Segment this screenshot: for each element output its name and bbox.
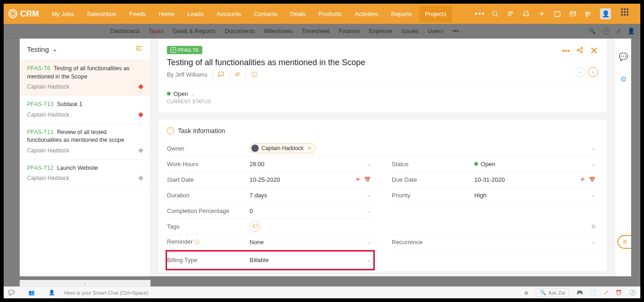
apps-grid-icon[interactable] bbox=[621, 8, 632, 19]
status-row: Status Open⌄ bbox=[392, 157, 598, 172]
copy-icon[interactable]: ⧉ bbox=[592, 224, 595, 229]
status-block: Open ⌄ CURRENT STATUS bbox=[159, 84, 606, 112]
tags-value[interactable]: 🏷 bbox=[250, 221, 373, 232]
history-icon[interactable]: 🕐 bbox=[629, 290, 636, 296]
task-item[interactable]: PFAS-T12 Launch Website Captain Haddock bbox=[20, 160, 150, 188]
spacer bbox=[392, 203, 598, 219]
task-info-card: ⌃ Task Information Owner Captain Haddock… bbox=[159, 120, 606, 271]
info-icon[interactable]: ⓘ bbox=[194, 239, 200, 245]
comments-icon[interactable] bbox=[218, 71, 224, 79]
nav-link-leads[interactable]: Leads bbox=[182, 6, 209, 22]
calendar-icon[interactable]: 📅 bbox=[589, 177, 595, 182]
close-icon[interactable]: ✕ bbox=[590, 45, 598, 57]
task-item[interactable]: PFAS-T6 Testing of all functionalities a… bbox=[20, 60, 150, 96]
nav-link-projects[interactable]: Projects bbox=[419, 6, 452, 22]
completion-value[interactable]: 0⌄ bbox=[250, 207, 373, 214]
mail-icon[interactable] bbox=[569, 10, 577, 18]
rail-chat-icon[interactable]: 💬 bbox=[619, 52, 628, 61]
plus-icon[interactable] bbox=[538, 10, 546, 18]
smart-chat-hint[interactable]: Here is your Smart Chat (Ctrl+Space) bbox=[64, 290, 148, 296]
owner-value[interactable]: Captain Haddock ✕ ⌄ bbox=[250, 143, 598, 153]
contacts-icon[interactable] bbox=[506, 10, 515, 18]
bottom-chat-icon[interactable]: 💬 bbox=[8, 290, 15, 296]
svg-point-14 bbox=[581, 47, 583, 49]
tools-icon[interactable] bbox=[584, 10, 593, 18]
task-item[interactable]: PFAS-T13 Subtask 1 Captain Haddock bbox=[20, 96, 150, 124]
priority-value[interactable]: High⌄ bbox=[474, 192, 598, 199]
reminder-value[interactable]: None⌄ bbox=[250, 239, 373, 246]
bell-icon[interactable] bbox=[522, 10, 530, 18]
tags-row: Tags 🏷 bbox=[167, 219, 373, 235]
ask-zia-button[interactable]: 🔍 Ask Zia bbox=[536, 288, 569, 297]
remove-owner-icon[interactable]: ✕ bbox=[307, 145, 311, 151]
divider: | bbox=[245, 72, 246, 78]
calendar-icon[interactable]: 📅 bbox=[364, 177, 371, 182]
prev-task-button[interactable]: ‹ bbox=[575, 67, 585, 77]
visibility-icon[interactable]: 👁 bbox=[580, 177, 585, 182]
start-value[interactable]: 10-25-2020👁📅 bbox=[250, 176, 373, 183]
nav-link-salesinbox[interactable]: SalesInbox bbox=[81, 6, 122, 22]
chevron-down-icon[interactable]: ⌄ bbox=[591, 239, 595, 245]
chevron-down-icon[interactable]: ⌄ bbox=[366, 257, 371, 263]
more-options-icon[interactable]: ••• bbox=[562, 47, 570, 55]
rail-settings-icon[interactable]: ⚙ bbox=[620, 75, 627, 84]
nav-link-contacts[interactable]: Contacts bbox=[248, 6, 283, 22]
side-menu-icon[interactable] bbox=[135, 45, 143, 53]
nav-link-accounts[interactable]: Accounts bbox=[211, 6, 246, 22]
rail-drawer-icon[interactable]: ≡ bbox=[617, 235, 631, 249]
alarm-icon[interactable]: ⏰ bbox=[616, 290, 622, 296]
chevron-down-icon[interactable]: ⌄ bbox=[366, 161, 371, 167]
date-actions[interactable]: 👁📅 bbox=[580, 177, 595, 183]
calendar-icon[interactable] bbox=[553, 10, 561, 18]
bottom-user-icon[interactable]: 👤 bbox=[49, 290, 55, 296]
nav-link-reports[interactable]: Reports bbox=[386, 6, 418, 22]
next-task-button[interactable]: › bbox=[588, 67, 598, 77]
task-info-header[interactable]: ⌃ Task Information bbox=[167, 127, 598, 134]
nav-link-deals[interactable]: Deals bbox=[285, 6, 311, 22]
visibility-icon[interactable]: 👁 bbox=[355, 177, 361, 182]
add-tag-icon[interactable]: 🏷 bbox=[250, 221, 261, 232]
owner-avatar-icon bbox=[251, 145, 259, 152]
expand-icon[interactable]: ⤢ bbox=[604, 290, 608, 296]
attachment-icon[interactable] bbox=[235, 71, 240, 79]
status-dropdown[interactable]: Open ⌄ bbox=[167, 90, 598, 97]
nav-link-products[interactable]: Products bbox=[313, 6, 347, 22]
billing-row: Billing Type Billable⌄ bbox=[167, 252, 373, 268]
info-icon[interactable]: ⓘ bbox=[251, 71, 257, 79]
date-actions[interactable]: 👁📅 bbox=[355, 177, 371, 183]
task-item[interactable]: PFAS-T11 Review of all tested functional… bbox=[20, 124, 150, 160]
side-title[interactable]: Testing ⌄ bbox=[27, 45, 58, 53]
monitor-icon[interactable]: 🖥 bbox=[523, 290, 528, 296]
chevron-down-icon[interactable]: ⌄ bbox=[591, 145, 595, 151]
nav-more[interactable]: ••• bbox=[469, 5, 491, 23]
work-value[interactable]: 28:00⌄ bbox=[250, 161, 373, 168]
chevron-down-icon[interactable]: ⌄ bbox=[366, 239, 371, 245]
status-value-field[interactable]: Open⌄ bbox=[474, 161, 598, 168]
search-icon[interactable] bbox=[491, 10, 499, 18]
chevron-down-icon[interactable]: ⌄ bbox=[366, 208, 371, 214]
user-avatar[interactable]: 👤 bbox=[600, 8, 611, 19]
brand-logo[interactable]: CRM bbox=[8, 9, 39, 19]
due-value[interactable]: 10-31-2020👁📅 bbox=[474, 176, 598, 183]
tags-label: Tags bbox=[167, 223, 250, 230]
duration-value[interactable]: 7 days⌄ bbox=[250, 192, 373, 199]
collapse-icon: ⌃ bbox=[167, 127, 174, 134]
status-label: CURRENT STATUS bbox=[167, 99, 598, 104]
nav-link-home[interactable]: Home bbox=[153, 6, 180, 22]
bottom-people-icon[interactable]: 👥 bbox=[28, 290, 35, 296]
nav-link-my-jobs[interactable]: My Jobs bbox=[46, 6, 79, 22]
chevron-down-icon[interactable]: ⌄ bbox=[366, 192, 371, 198]
task-assignee: Captain Haddock bbox=[27, 175, 69, 181]
game-icon[interactable]: 🎮 bbox=[577, 290, 583, 296]
side-scrollbar[interactable]: ‹ bbox=[20, 280, 150, 286]
billing-value[interactable]: Billable⌄ bbox=[250, 257, 373, 263]
start-label: Start Date bbox=[167, 176, 250, 183]
task-byline: By Jeff Williams | | | ⓘ bbox=[167, 71, 598, 79]
link-icon[interactable] bbox=[576, 46, 583, 56]
nav-link-feeds[interactable]: Feeds bbox=[124, 6, 151, 22]
chevron-down-icon[interactable]: ⌄ bbox=[591, 192, 595, 198]
nav-link-activities[interactable]: Activities bbox=[349, 6, 383, 22]
owner-chip[interactable]: Captain Haddock ✕ bbox=[250, 143, 316, 153]
chevron-down-icon[interactable]: ⌄ bbox=[591, 161, 595, 167]
doc-icon[interactable]: 📄 bbox=[590, 290, 597, 296]
